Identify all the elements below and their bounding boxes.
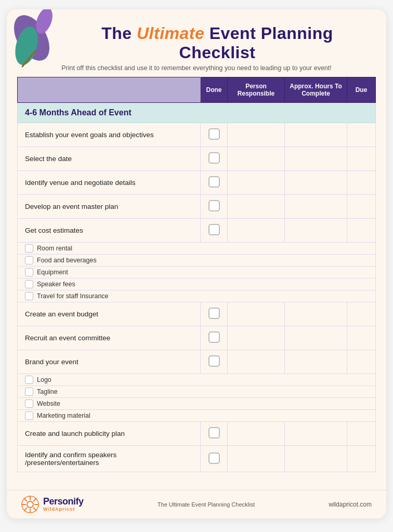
task-cell: Create and launch publicity plan (18, 422, 201, 446)
checkbox[interactable] (208, 128, 220, 140)
sub-task-cell: Marketing material (18, 410, 376, 422)
person-cell (228, 123, 285, 147)
section-header-row: 4-6 Months Ahead of Event (18, 103, 376, 123)
task-cell: Identify and confirm speakers /presenter… (18, 446, 201, 472)
sub-checkbox[interactable] (25, 376, 33, 384)
task-cell: Recruit an event committee (18, 326, 201, 350)
person-cell (228, 446, 285, 472)
brand-logo-icon (21, 496, 39, 513)
sub-checkbox[interactable] (25, 292, 33, 300)
task-cell: Establish your event goals and objective… (18, 123, 201, 147)
done-cell[interactable] (201, 171, 228, 195)
checklist-wrap: Done Person Responsible Approx. Hours To… (7, 77, 386, 490)
done-cell[interactable] (201, 350, 228, 374)
sub-task-label: Speaker fees (37, 281, 75, 288)
due-cell (347, 219, 376, 243)
task-cell: Get cost estimates (18, 219, 201, 243)
due-cell (347, 422, 376, 446)
person-cell (228, 195, 285, 219)
list-item: Logo (18, 374, 376, 386)
due-cell (347, 302, 376, 326)
sub-task-cell: Logo (18, 374, 376, 386)
sub-task-label: Travel for staff Insurance (37, 292, 109, 300)
hours-cell (285, 422, 347, 446)
person-cell (228, 147, 285, 171)
list-item: Travel for staff Insurance (18, 290, 376, 302)
person-cell (228, 326, 285, 350)
hours-cell (285, 219, 347, 243)
sub-checkbox[interactable] (25, 268, 33, 276)
done-cell[interactable] (201, 195, 228, 219)
hours-cell (285, 302, 347, 326)
col-header-hours: Approx. Hours To Complete (285, 77, 347, 103)
sub-task-label: Equipment (37, 269, 68, 276)
table-row: Identify venue and negotiate details (18, 171, 376, 195)
person-cell (228, 219, 285, 243)
due-cell (347, 171, 376, 195)
done-cell[interactable] (201, 326, 228, 350)
header-subtitle: Print off this checklist and use it to r… (23, 64, 370, 72)
checklist-table: Done Person Responsible Approx. Hours To… (17, 77, 376, 472)
checkbox[interactable] (208, 453, 220, 464)
done-cell[interactable] (201, 422, 228, 446)
footer-center-text: The Ultimate Event Planning Checklist (158, 501, 255, 508)
person-cell (228, 422, 285, 446)
sub-task-cell: Tagline (18, 386, 376, 398)
list-item: Room rental (18, 243, 376, 255)
hours-cell (285, 326, 347, 350)
col-header-done: Done (201, 77, 228, 103)
person-cell (228, 171, 285, 195)
checkbox[interactable] (208, 331, 220, 343)
sub-task-label: Logo (37, 376, 51, 383)
list-item: Website (18, 398, 376, 410)
table-row: Develop an event master plan (18, 195, 376, 219)
hours-cell (285, 446, 347, 472)
sub-checkbox[interactable] (25, 411, 33, 420)
col-header-person: Person Responsible (228, 77, 285, 103)
checkbox[interactable] (208, 427, 220, 438)
footer-brand: Personify WildApricot (43, 497, 84, 512)
done-cell[interactable] (201, 446, 228, 472)
checkbox[interactable] (208, 152, 220, 164)
sub-task-cell: Food and beverages (18, 255, 376, 267)
sub-task-label: Marketing material (37, 412, 90, 419)
table-row: Brand your event (18, 350, 376, 374)
sub-checkbox[interactable] (25, 388, 33, 396)
sub-checkbox[interactable] (25, 400, 33, 408)
table-row: Select the date (18, 147, 376, 171)
checkbox[interactable] (208, 355, 220, 367)
done-cell[interactable] (201, 219, 228, 243)
done-cell[interactable] (201, 123, 228, 147)
person-cell (228, 302, 285, 326)
hours-cell (285, 147, 347, 171)
table-row: Identify and confirm speakers /presenter… (18, 446, 376, 472)
checkbox[interactable] (208, 224, 220, 235)
col-header-task (18, 77, 201, 103)
sub-checkbox[interactable] (25, 280, 33, 288)
checkbox[interactable] (208, 308, 220, 319)
table-row: Recruit an event committee (18, 326, 376, 350)
header: The Ultimate Event Planning Checklist Pr… (7, 9, 386, 77)
hours-cell (285, 350, 347, 374)
table-row: Establish your event goals and objective… (18, 123, 376, 147)
footer-logo: Personify WildApricot (21, 496, 84, 513)
checkbox[interactable] (208, 200, 220, 211)
done-cell[interactable] (201, 302, 228, 326)
sub-checkbox[interactable] (25, 244, 33, 252)
sub-task-cell: Room rental (18, 243, 376, 255)
table-row: Create and launch publicity plan (18, 422, 376, 446)
hours-cell (285, 123, 347, 147)
header-title: The Ultimate Event Planning Checklist (65, 24, 370, 62)
task-cell: Create an event budget (18, 302, 201, 326)
table-row: Create an event budget (18, 302, 376, 326)
sub-task-label: Food and beverages (37, 257, 97, 264)
checkbox[interactable] (208, 176, 220, 188)
due-cell (347, 123, 376, 147)
sub-task-label: Website (37, 400, 60, 407)
done-cell[interactable] (201, 147, 228, 171)
col-header-due: Due (347, 77, 376, 103)
task-cell: Identify venue and negotiate details (18, 171, 201, 195)
footer: Personify WildApricot The Ultimate Event… (7, 490, 386, 518)
due-cell (347, 350, 376, 374)
sub-checkbox[interactable] (25, 256, 33, 264)
